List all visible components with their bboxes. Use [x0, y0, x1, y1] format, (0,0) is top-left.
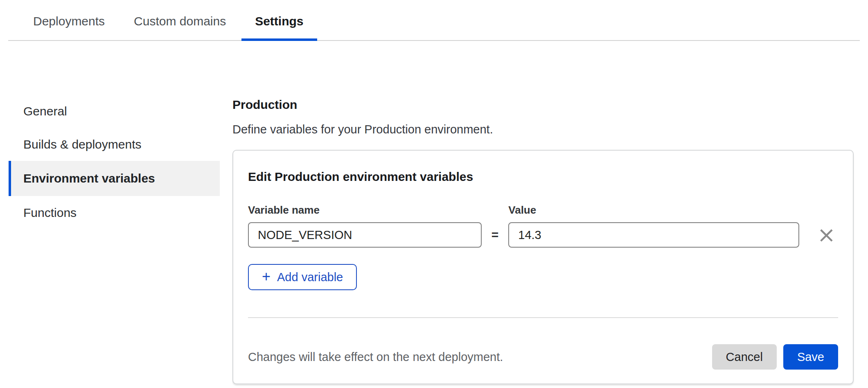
footer-actions: Cancel Save [712, 344, 838, 370]
add-variable-label: Add variable [277, 271, 343, 284]
variable-row: Variable name = Value × [248, 204, 838, 248]
cancel-button[interactable]: Cancel [712, 344, 777, 370]
card-footer: Changes will take effect on the next dep… [248, 344, 838, 370]
card-divider [248, 317, 838, 318]
sidebar-item-functions[interactable]: Functions [9, 196, 220, 229]
plus-icon: + [262, 269, 271, 284]
card-title: Edit Production environment variables [248, 169, 838, 184]
section-heading: Production [232, 97, 868, 112]
sidebar-item-general[interactable]: General [9, 95, 220, 128]
remove-variable-icon[interactable]: × [815, 224, 838, 246]
settings-sidebar: General Builds & deployments Environment… [9, 95, 220, 229]
section-description: Define variables for your Production env… [232, 122, 868, 137]
variable-value-label: Value [508, 204, 799, 217]
variable-name-input[interactable] [248, 222, 482, 248]
settings-content: General Builds & deployments Environment… [0, 41, 868, 384]
remove-variable-cell: × [815, 222, 838, 248]
tab-custom-domains[interactable]: Custom domains [120, 0, 239, 41]
variable-value-field-group: Value [508, 204, 799, 248]
equals-sign: = [491, 222, 499, 248]
sidebar-item-environment-variables[interactable]: Environment variables [9, 161, 220, 196]
tab-deployments[interactable]: Deployments [20, 0, 118, 41]
add-variable-button[interactable]: + Add variable [248, 264, 357, 290]
environment-variables-panel: Production Define variables for your Pro… [232, 41, 868, 384]
deployment-note: Changes will take effect on the next dep… [248, 350, 503, 364]
edit-variables-card: Edit Production environment variables Va… [232, 150, 854, 384]
project-tab-bar: Deployments Custom domains Settings [8, 0, 860, 41]
save-button[interactable]: Save [783, 344, 838, 370]
sidebar-item-builds-deployments[interactable]: Builds & deployments [9, 128, 220, 161]
tab-settings[interactable]: Settings [241, 0, 317, 41]
variable-name-label: Variable name [248, 204, 482, 217]
variable-value-input[interactable] [508, 222, 799, 248]
variable-name-field-group: Variable name [248, 204, 482, 248]
